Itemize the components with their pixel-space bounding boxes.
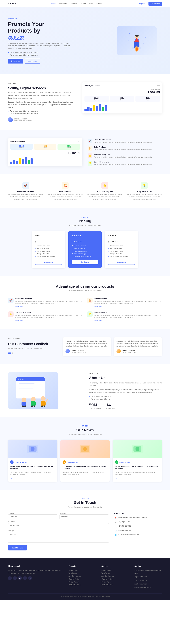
hero-check2: Far far away behind the word mountains	[8, 54, 72, 56]
testimonials-grid: TESTIMONIAL Our Customers Feedbck Far fr…	[8, 337, 162, 356]
firstname-group: Firstname	[8, 512, 58, 519]
news-body-2: R Posted by Rob Far far away behind the …	[113, 458, 162, 482]
pricing-grid: Free $0 There into the think Far from th…	[32, 231, 138, 268]
news-card-desc-1: Far far away, behind the word mountains,…	[62, 471, 108, 476]
news-arrow-0[interactable]: →	[10, 478, 12, 480]
firstname-input[interactable]	[8, 514, 58, 519]
adv-title-1: Build Products	[94, 298, 162, 300]
message-input[interactable]	[8, 532, 109, 542]
nav-privacy[interactable]: Privacy	[80, 3, 86, 5]
hero-getstarted-button[interactable]: Get Started	[8, 58, 23, 64]
hero-tag: FEATURES	[8, 18, 72, 20]
fd-bar-1	[10, 162, 12, 164]
nav-features[interactable]: Features	[70, 3, 77, 5]
social-facebook[interactable]: f	[8, 576, 12, 580]
nav-contact[interactable]: Contact	[96, 3, 102, 5]
lastname-input[interactable]	[60, 514, 109, 519]
signin-button[interactable]: Sign In	[137, 2, 147, 6]
fs-4[interactable]: Design Agency	[102, 581, 129, 583]
fp-3[interactable]: Graphic Design	[68, 578, 96, 580]
footer: About Launch Far far away, behind the wo…	[0, 558, 170, 600]
social-instagram[interactable]: in	[18, 576, 22, 580]
pf0-1: Far from the word	[35, 248, 62, 249]
bar-2	[88, 107, 90, 111]
feature-list: 🚀 Grow Your Business Far far away, behin…	[88, 138, 162, 166]
feature-text-2: Build Products Far far away, behind the …	[94, 146, 152, 151]
fs-3[interactable]: Graphic Design	[102, 578, 129, 580]
pf0-3: Multiple Media App	[35, 253, 62, 254]
news-avatar-2: R	[115, 460, 118, 464]
rocket-illustration	[125, 29, 149, 53]
bar-chart	[84, 103, 160, 111]
dot-1[interactable]	[8, 352, 11, 354]
contact-submit-button[interactable]: Send Message	[8, 545, 27, 550]
fp-0[interactable]: About Launch	[68, 569, 96, 571]
fp-2[interactable]: App Development	[68, 575, 96, 577]
nav-logo[interactable]: Launch.	[8, 2, 17, 5]
social-linkedin[interactable]: li	[23, 576, 27, 580]
pf2-2: Far far away behind	[108, 250, 135, 252]
profile-info: James Anderson Software Product Designer	[14, 118, 32, 122]
hero-subtitle: At far away, behind the word mountains f…	[8, 42, 72, 50]
social-twitter[interactable]: t	[13, 576, 17, 580]
email-input[interactable]	[8, 523, 109, 528]
plan-btn-premium[interactable]: Get Started	[108, 260, 135, 265]
fs-5[interactable]: Digital Marketing	[102, 584, 129, 586]
fp-1[interactable]: Web Design	[68, 572, 96, 574]
news-arrow-1[interactable]: →	[62, 478, 65, 480]
tcard-profile-0: JA James Anderson Product Designer, Crea…	[66, 349, 108, 354]
adv-learn-2[interactable]: Learn More	[16, 320, 23, 321]
about-title: About Us	[89, 376, 162, 380]
about-check2: Far far away behind the word	[89, 398, 162, 400]
nav-about[interactable]: About	[89, 3, 93, 5]
fd-stat-3: 89% Growth	[58, 144, 80, 150]
nav-home[interactable]: Home	[52, 3, 56, 5]
adv-desc-3: Far far away, behind the word mountains,…	[94, 314, 162, 319]
contact-section: CONTACT Get In Touch Far from the countr…	[0, 490, 170, 558]
fp-4[interactable]: Design Agency	[68, 581, 96, 583]
pf1-1: Far from the word	[72, 248, 98, 249]
news-img-2	[113, 440, 162, 458]
nav-discovery[interactable]: Discovery	[59, 3, 67, 5]
stat-box-2: 245 Orders	[110, 96, 134, 102]
hero-learnmore-button[interactable]: Learn More	[25, 58, 40, 64]
selling-check1: Far far away behind the word mountains	[8, 110, 74, 112]
stat-box-3: 89% Growth	[136, 96, 160, 102]
adv-learn-1[interactable]: Learn More	[94, 306, 102, 307]
getstarted-button[interactable]: Get Started	[148, 2, 162, 6]
adv-text-2: Success Every Day Far far away, behind t…	[16, 312, 83, 321]
fp-5[interactable]: Digital Marketing	[68, 584, 96, 586]
firstname-label: Firstname	[8, 512, 58, 514]
fd-stat-1: $1.2K Revenue	[10, 144, 33, 150]
fs-0[interactable]: About Launch	[102, 569, 129, 571]
plan-btn-standard[interactable]: Get Started	[72, 260, 98, 264]
pf0-0: There into the think	[35, 245, 62, 246]
social-youtube[interactable]: yt	[28, 576, 32, 580]
footer-projects-col: Projects About Launch Web Design App Dev…	[68, 565, 96, 590]
adv-learn-3[interactable]: Learn More	[94, 320, 102, 321]
plan-period-premium: /mo	[115, 240, 118, 243]
news-arrow-2[interactable]: →	[115, 478, 117, 480]
svg-rect-34	[44, 406, 45, 406]
adv-desc-1: Far far away, behind the word mountains,…	[94, 300, 162, 305]
fs-1[interactable]: Web Design	[102, 572, 129, 574]
testimonial-card-1: Separated they live in Bookmarksgrove ri…	[114, 337, 162, 356]
plan-btn-free[interactable]: Get Started	[35, 260, 62, 265]
icon-card-1: 🏗️ Build Products Far far away, behind t…	[48, 182, 83, 200]
feature-icon-2: 🏗️	[88, 146, 92, 151]
icon-card-icon-0: 🚀	[22, 182, 29, 189]
about-content: ABOUT US About Us Far far away, behind t…	[89, 372, 162, 409]
fs-2[interactable]: App Development	[102, 575, 129, 577]
advantage-item-0: 🚀 Grow Your Business Far far away, behin…	[8, 298, 83, 308]
selling-p1: Far far away, behind the word mountains,…	[8, 91, 74, 100]
lastname-group: Lastname	[60, 512, 109, 519]
contact-phone1: 📞 +1(419)-998-7890	[114, 521, 162, 524]
adv-learn-0[interactable]: Learn More	[16, 306, 23, 307]
adv-title-3: Bring Ideas to Life	[94, 312, 162, 314]
footer-contact-title: Contact	[134, 565, 162, 567]
fd-main-stat: 1,502.89	[10, 151, 80, 155]
news-card-title-1: Far far away behind the word mountains f…	[62, 465, 108, 470]
dot-2[interactable]	[12, 352, 13, 354]
tcard-name-1: James Anderson	[122, 350, 138, 352]
fd-stat-row: $1.2K Revenue 245 Orders 89% Growth	[10, 144, 80, 150]
